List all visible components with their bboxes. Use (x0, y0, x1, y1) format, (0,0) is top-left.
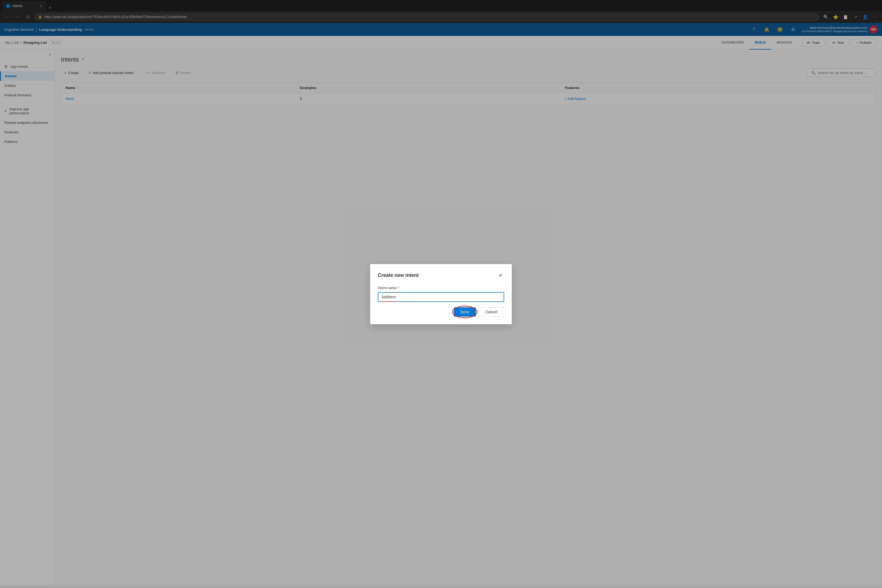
modal-close-button[interactable]: ✕ (496, 272, 504, 279)
cancel-button[interactable]: Cancel (478, 308, 504, 316)
modal-overlay: Create new intent ✕ Intent name * Done C… (0, 0, 882, 585)
modal-actions: Done Cancel (378, 308, 504, 316)
create-intent-modal: Create new intent ✕ Intent name * Done C… (370, 264, 512, 324)
intent-name-label: Intent name * (378, 286, 504, 290)
intent-name-input-wrapper (378, 292, 504, 302)
modal-header: Create new intent ✕ (378, 272, 504, 279)
done-button[interactable]: Done (454, 308, 476, 316)
intent-name-input[interactable] (378, 292, 504, 302)
modal-title: Create new intent (378, 273, 418, 278)
intent-name-form-group: Intent name * (378, 286, 504, 302)
required-marker: * (398, 286, 399, 290)
